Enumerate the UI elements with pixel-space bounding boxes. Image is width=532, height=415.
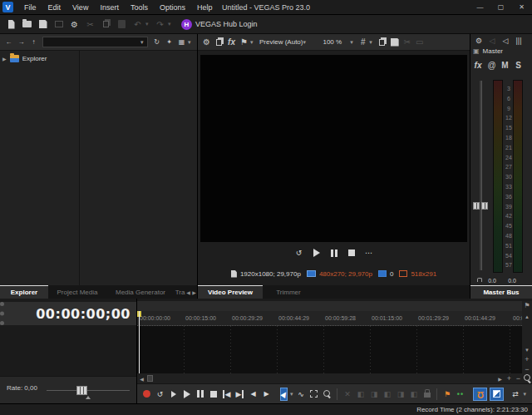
tab-master-bus[interactable]: Master Bus (470, 285, 532, 299)
undo-button[interactable]: ↶ (130, 17, 145, 32)
master-fader-track[interactable] (480, 81, 482, 270)
project-properties-button[interactable] (51, 17, 66, 32)
enable-snapping-button[interactable]: Ω (473, 388, 487, 401)
ripple-type-button[interactable]: ⇄ (510, 388, 520, 401)
media-manager-icon[interactable]: ✦ (163, 36, 175, 49)
tab-trimmer[interactable]: Trimmer (263, 285, 314, 299)
menu-file[interactable]: File (18, 3, 42, 12)
zoom-in-track-icon[interactable]: + (522, 354, 532, 363)
menu-help[interactable]: Help (191, 3, 219, 12)
horizontal-scrollbar[interactable]: ◀ ▶ + − (137, 373, 532, 383)
next-frame-button[interactable]: ▶ (261, 388, 272, 401)
trim-end-button[interactable]: ◨ (368, 388, 379, 401)
save-snapshot-button[interactable] (388, 36, 401, 49)
expand-icon[interactable]: ▶ (2, 56, 7, 62)
zoom-out-time-icon[interactable]: − (514, 373, 523, 383)
menu-edit[interactable]: Edit (42, 3, 67, 12)
solo-button[interactable]: S (513, 58, 524, 72)
vertical-scrollbar[interactable]: ⚑ ▲ ▼ + − (522, 301, 532, 373)
minimize-icon[interactable]: — (470, 0, 490, 14)
automation-icon[interactable]: @ (486, 58, 497, 72)
redo-dropdown-icon[interactable]: ▾ (168, 21, 175, 27)
scroll-down-icon[interactable]: ▼ (522, 345, 532, 354)
close-icon[interactable]: ✕ (511, 0, 532, 14)
tabs-scroll-right-icon[interactable]: ▶ (191, 285, 197, 299)
refresh-icon[interactable]: ↻ (150, 36, 163, 49)
scroll-right-icon[interactable]: ▶ (495, 373, 505, 383)
redo-button[interactable]: ↷ (152, 17, 168, 32)
split-trim-button[interactable]: ◧ (408, 388, 419, 401)
delete-button[interactable]: ✕ (342, 388, 352, 401)
menu-view[interactable]: View (66, 3, 94, 12)
address-combobox[interactable]: ▾ (42, 37, 148, 47)
new-project-button[interactable] (3, 17, 19, 32)
paste-button[interactable] (114, 17, 130, 32)
insert-region-button[interactable]: •• (455, 388, 466, 401)
play-button[interactable] (181, 388, 192, 401)
time-ruler[interactable]: 00:00:00:00 00:00:15:00 00:00:29:29 00:0… (137, 311, 522, 326)
views-dropdown-icon[interactable]: ▾ (188, 39, 195, 46)
lock-event-button[interactable] (421, 388, 432, 401)
vegas-hub-icon[interactable]: H (181, 19, 192, 30)
go-to-start-button[interactable]: ◀ (221, 388, 232, 401)
playhead-line[interactable] (139, 311, 140, 373)
preview-zoom-select[interactable]: 100 % (323, 38, 342, 46)
project-video-properties-icon[interactable]: ⚙ (200, 36, 213, 49)
undo-dropdown-icon[interactable]: ▾ (145, 21, 152, 27)
zoom-out-track-icon[interactable]: − (522, 364, 532, 373)
scrollbar-thumb[interactable] (147, 375, 153, 382)
insert-marker-button[interactable]: ⚑ (441, 388, 452, 401)
play-from-start-button[interactable] (168, 388, 179, 401)
zoom-edit-tool-button[interactable] (322, 388, 332, 401)
loop-playback-button[interactable]: ↺ (155, 388, 165, 401)
scroll-left-icon[interactable]: ◀ (137, 373, 146, 383)
scroll-up-icon[interactable]: ▲ (522, 312, 532, 321)
normal-edit-tool-button[interactable]: ▶ (280, 388, 288, 401)
vegas-hub-login-button[interactable]: VEGAS Hub Login (195, 20, 258, 28)
preview-device-button[interactable] (213, 36, 225, 49)
pause-button[interactable] (195, 388, 205, 401)
go-to-end-button[interactable]: ▶ (234, 388, 245, 401)
stop-button[interactable] (208, 388, 219, 401)
forward-icon[interactable]: → (15, 36, 27, 49)
zoom-in-time-icon[interactable]: + (505, 373, 514, 383)
external-monitor-icon[interactable]: ▭ (413, 36, 426, 49)
master-properties-icon[interactable]: ⚙ (473, 35, 485, 46)
split-screen-dropdown-icon[interactable]: ▾ (250, 39, 257, 46)
preview-quality-dropdown-icon[interactable]: ▾ (303, 39, 309, 46)
zoom-tool-corner-button[interactable] (523, 373, 532, 383)
tab-project-media[interactable]: Project Media (48, 285, 106, 299)
copy-snapshot-button[interactable] (376, 36, 388, 49)
preview-quality-select[interactable]: Preview (Auto) (259, 38, 303, 46)
marker-bar[interactable] (137, 301, 522, 311)
selection-tool-button[interactable] (308, 388, 319, 401)
preview-play-button[interactable] (311, 246, 322, 259)
mute-button[interactable]: M (500, 58, 510, 72)
tab-media-generator[interactable]: Media Generator (106, 285, 175, 299)
preview-pause-button[interactable] (328, 246, 339, 259)
ripple-type-dropdown-icon[interactable]: ▾ (523, 391, 526, 398)
envelope-tool-button[interactable]: ∿ (295, 388, 306, 401)
back-icon[interactable]: ← (2, 36, 15, 49)
menu-tools[interactable]: Tools (125, 3, 154, 12)
mixer-view-icon[interactable]: ||| (513, 35, 525, 46)
track-area[interactable] (137, 326, 522, 373)
auto-ripple-button[interactable] (490, 388, 504, 401)
explorer-pane-divider[interactable] (79, 51, 80, 285)
tabs-scroll-left-icon[interactable]: ◀ (185, 285, 191, 299)
open-button[interactable] (19, 17, 35, 32)
tab-video-preview[interactable]: Video Preview (198, 285, 263, 299)
video-output-fx-icon[interactable]: fx (225, 36, 238, 49)
tab-transitions[interactable]: Tra (175, 285, 185, 299)
copy-button[interactable] (98, 17, 114, 32)
master-fader-handle[interactable] (473, 202, 488, 210)
previous-frame-button[interactable]: ◀ (248, 388, 259, 401)
menu-options[interactable]: Options (154, 3, 191, 12)
time-display[interactable]: 00:00:00;00 (0, 302, 136, 325)
address-dropdown-icon[interactable]: ▾ (140, 39, 147, 46)
master-fx-button[interactable]: fx (472, 58, 484, 72)
preview-more-button[interactable]: ⋯ (363, 246, 374, 259)
capture-icon[interactable]: ✂ (401, 36, 413, 49)
dim-output-icon[interactable]: ◁ (500, 35, 511, 46)
edit-tool-dropdown-icon[interactable]: ▾ (290, 391, 293, 398)
